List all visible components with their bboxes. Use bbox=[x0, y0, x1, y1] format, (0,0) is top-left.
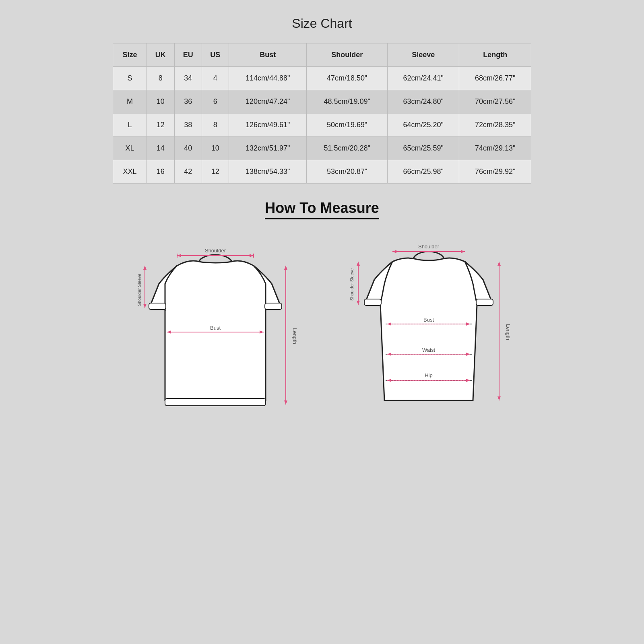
svg-marker-15 bbox=[143, 266, 147, 270]
table-row: XXL164212138cm/54.33"53cm/20.87"66cm/25.… bbox=[113, 160, 531, 184]
svg-rect-3 bbox=[165, 398, 266, 406]
table-cell: XXL bbox=[113, 160, 147, 184]
diagram-left: Shoulder Bust Shoulder Sleeve Length bbox=[113, 231, 318, 425]
table-cell: 47cm/18.50" bbox=[307, 67, 388, 90]
table-header-cell: EU bbox=[174, 43, 202, 67]
svg-marker-20 bbox=[284, 400, 287, 405]
svg-marker-8 bbox=[250, 254, 254, 257]
svg-marker-7 bbox=[177, 254, 181, 257]
table-cell: 65cm/25.59" bbox=[387, 137, 459, 160]
table-cell: 10 bbox=[147, 90, 174, 114]
table-cell: S bbox=[113, 67, 147, 90]
table-cell: 138cm/54.33" bbox=[229, 160, 307, 184]
table-cell: 48.5cm/19.09" bbox=[307, 90, 388, 114]
svg-text:Shoulder: Shoulder bbox=[205, 248, 226, 254]
table-cell: 53cm/20.87" bbox=[307, 160, 388, 184]
table-cell: 10 bbox=[202, 137, 229, 160]
page-title: Size Chart bbox=[113, 16, 531, 31]
table-cell: 16 bbox=[147, 160, 174, 184]
svg-text:Shoulder: Shoulder bbox=[418, 244, 440, 250]
svg-marker-49 bbox=[497, 262, 501, 266]
svg-text:Shoulder Sleeve: Shoulder Sleeve bbox=[137, 274, 142, 306]
table-cell: 74cm/29.13" bbox=[459, 137, 531, 160]
table-cell: 8 bbox=[147, 67, 174, 90]
table-cell: 38 bbox=[174, 114, 202, 137]
table-cell: 68cm/26.77" bbox=[459, 67, 531, 90]
table-header-cell: US bbox=[202, 43, 229, 67]
table-cell: XL bbox=[113, 137, 147, 160]
table-cell: 6 bbox=[202, 90, 229, 114]
svg-marker-19 bbox=[284, 266, 287, 270]
how-to-measure-section: How To Measure bbox=[113, 200, 531, 219]
table-cell: 132cm/51.97" bbox=[229, 137, 307, 160]
table-header-cell: UK bbox=[147, 43, 174, 67]
table-row: XL144010132cm/51.97"51.5cm/20.28"65cm/25… bbox=[113, 137, 531, 160]
table-header-cell: Sleeve bbox=[387, 43, 459, 67]
table-row: L12388126cm/49.61"50cm/19.69"64cm/25.20"… bbox=[113, 114, 531, 137]
table-cell: 50cm/19.69" bbox=[307, 114, 388, 137]
table-cell: 126cm/49.61" bbox=[229, 114, 307, 137]
svg-rect-24 bbox=[476, 299, 493, 305]
svg-text:Hip: Hip bbox=[425, 372, 433, 378]
table-cell: 114cm/44.88" bbox=[229, 67, 307, 90]
svg-text:Bust: Bust bbox=[210, 325, 221, 331]
table-cell: 12 bbox=[147, 114, 174, 137]
table-header-cell: Size bbox=[113, 43, 147, 67]
table-cell: 34 bbox=[174, 67, 202, 90]
table-cell: M bbox=[113, 90, 147, 114]
svg-text:Bust: Bust bbox=[423, 317, 434, 323]
table-body: S8344114cm/44.88"47cm/18.50"62cm/24.41"6… bbox=[113, 67, 531, 184]
svg-rect-1 bbox=[149, 303, 166, 310]
table-cell: 62cm/24.41" bbox=[387, 67, 459, 90]
svg-marker-45 bbox=[357, 262, 360, 266]
table-cell: 51.5cm/20.28" bbox=[307, 137, 388, 160]
svg-text:Shoulder Sleeve: Shoulder Sleeve bbox=[349, 268, 354, 301]
table-header-row: SizeUKEUUSBustShoulderSleeveLength bbox=[113, 43, 531, 67]
table-cell: 42 bbox=[174, 160, 202, 184]
table-cell: 120cm/47.24" bbox=[229, 90, 307, 114]
table-cell: L bbox=[113, 114, 147, 137]
svg-rect-23 bbox=[364, 299, 381, 305]
svg-text:Length: Length bbox=[505, 324, 511, 340]
svg-text:Length: Length bbox=[292, 328, 298, 344]
svg-text:Waist: Waist bbox=[422, 347, 435, 353]
svg-rect-2 bbox=[265, 303, 282, 310]
table-cell: 14 bbox=[147, 137, 174, 160]
table-cell: 40 bbox=[174, 137, 202, 160]
table-cell: 72cm/28.35" bbox=[459, 114, 531, 137]
table-header-cell: Bust bbox=[229, 43, 307, 67]
table-row: S8344114cm/44.88"47cm/18.50"62cm/24.41"6… bbox=[113, 67, 531, 90]
dress-diagram: Shoulder Bust Waist Hip bbox=[342, 231, 515, 425]
table-cell: 70cm/27.56" bbox=[459, 90, 531, 114]
table-cell: 36 bbox=[174, 90, 202, 114]
table-cell: 8 bbox=[202, 114, 229, 137]
svg-marker-16 bbox=[143, 304, 147, 308]
how-to-measure-title: How To Measure bbox=[265, 200, 379, 219]
table-cell: 63cm/24.80" bbox=[387, 90, 459, 114]
table-cell: 64cm/25.20" bbox=[387, 114, 459, 137]
svg-marker-46 bbox=[357, 301, 360, 305]
table-cell: 12 bbox=[202, 160, 229, 184]
page: Size Chart SizeUKEUUSBustShoulderSleeveL… bbox=[101, 0, 543, 445]
table-row: M10366120cm/47.24"48.5cm/19.09"63cm/24.8… bbox=[113, 90, 531, 114]
table-cell: 76cm/29.92" bbox=[459, 160, 531, 184]
diagrams-section: Shoulder Bust Shoulder Sleeve Length bbox=[113, 231, 531, 425]
svg-marker-50 bbox=[497, 396, 501, 400]
svg-marker-30 bbox=[461, 250, 465, 253]
diagram-right: Shoulder Bust Waist Hip bbox=[326, 231, 531, 425]
table-header-cell: Length bbox=[459, 43, 531, 67]
table-cell: 66cm/25.98" bbox=[387, 160, 459, 184]
sweatshirt-diagram: Shoulder Bust Shoulder Sleeve Length bbox=[129, 231, 302, 425]
table-cell: 4 bbox=[202, 67, 229, 90]
size-table: SizeUKEUUSBustShoulderSleeveLength S8344… bbox=[113, 43, 531, 184]
svg-marker-29 bbox=[392, 250, 396, 253]
table-header-cell: Shoulder bbox=[307, 43, 388, 67]
